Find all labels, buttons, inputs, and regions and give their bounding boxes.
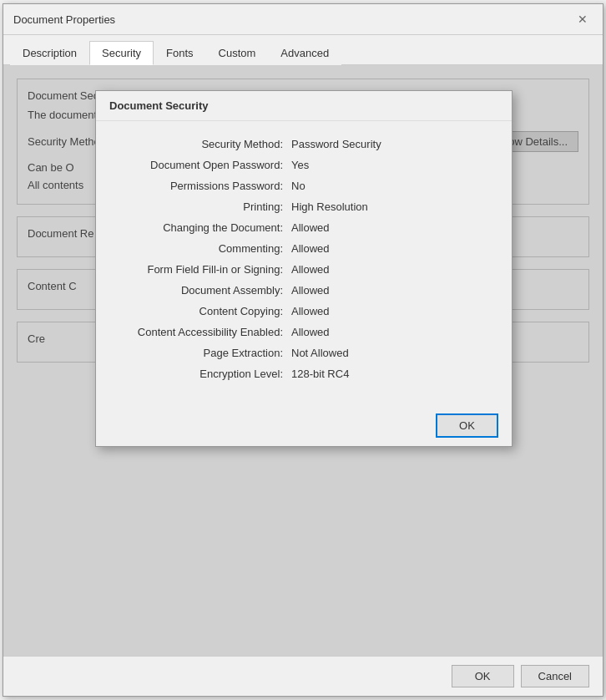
- tab-description[interactable]: Description: [10, 41, 89, 65]
- modal-row-value: Allowed: [291, 263, 330, 276]
- modal-row: Document Assembly:Allowed: [116, 284, 492, 297]
- modal-row-label: Page Extraction:: [116, 347, 291, 359]
- document-properties-window: Document Properties ✕ Description Securi…: [3, 3, 603, 697]
- modal-title: Document Security: [96, 91, 512, 121]
- modal-row: Encryption Level:128-bit RC4: [116, 368, 492, 380]
- modal-row: Printing:High Resolution: [116, 200, 492, 213]
- modal-row-value: Not Allowed: [291, 347, 349, 359]
- main-content: Document Security The document's Securit…: [3, 65, 603, 656]
- modal-row-value: 128-bit RC4: [291, 368, 349, 380]
- modal-row-value: Yes: [291, 159, 309, 171]
- modal-row-value: Allowed: [291, 284, 330, 297]
- footer-buttons: OK Cancel: [3, 656, 603, 696]
- close-button[interactable]: ✕: [573, 11, 593, 28]
- modal-row-label: Changing the Document:: [116, 221, 291, 234]
- modal-body: Security Method:Password SecurityDocumen…: [96, 121, 512, 405]
- modal-row-value: Allowed: [291, 221, 330, 234]
- modal-footer: OK: [96, 405, 512, 446]
- modal-row-value: Allowed: [291, 305, 330, 317]
- tab-fonts[interactable]: Fonts: [154, 41, 206, 65]
- modal-row: Changing the Document:Allowed: [116, 221, 492, 234]
- tab-custom[interactable]: Custom: [206, 41, 269, 65]
- modal-row-value: High Resolution: [291, 200, 368, 213]
- modal-row-label: Encryption Level:: [116, 368, 291, 380]
- modal-row-label: Document Open Password:: [116, 159, 291, 171]
- modal-row-label: Printing:: [116, 200, 291, 213]
- modal-row: Content Accessibility Enabled:Allowed: [116, 326, 492, 338]
- modal-row: Permissions Password:No: [116, 180, 492, 192]
- title-bar: Document Properties ✕: [3, 4, 603, 35]
- modal-row-label: Security Method:: [116, 138, 291, 150]
- modal-row-label: Content Copying:: [116, 305, 291, 317]
- modal-row-label: Form Field Fill-in or Signing:: [116, 263, 291, 276]
- modal-row: Content Copying:Allowed: [116, 305, 492, 317]
- modal-row-label: Content Accessibility Enabled:: [116, 326, 291, 338]
- modal-rows-container: Security Method:Password SecurityDocumen…: [116, 138, 492, 380]
- modal-row-value: Allowed: [291, 242, 330, 255]
- window-title: Document Properties: [13, 13, 115, 26]
- modal-row: Form Field Fill-in or Signing:Allowed: [116, 263, 492, 276]
- modal-row-value: No: [291, 180, 306, 192]
- cancel-button[interactable]: Cancel: [521, 665, 589, 687]
- modal-overlay: Document Security Security Method:Passwo…: [3, 65, 603, 656]
- modal-row-value: Password Security: [291, 138, 381, 150]
- modal-row: Security Method:Password Security: [116, 138, 492, 150]
- modal-row-label: Document Assembly:: [116, 284, 291, 297]
- ok-button[interactable]: OK: [452, 665, 514, 687]
- modal-row-value: Allowed: [291, 326, 330, 338]
- modal-row-label: Commenting:: [116, 242, 291, 255]
- modal-ok-button[interactable]: OK: [436, 413, 498, 438]
- document-security-dialog: Document Security Security Method:Passwo…: [95, 90, 513, 447]
- modal-row: Page Extraction:Not Allowed: [116, 347, 492, 359]
- modal-row: Commenting:Allowed: [116, 242, 492, 255]
- modal-row: Document Open Password:Yes: [116, 159, 492, 171]
- tab-bar: Description Security Fonts Custom Advanc…: [3, 35, 603, 65]
- tab-security[interactable]: Security: [89, 41, 154, 65]
- modal-row-label: Permissions Password:: [116, 180, 291, 192]
- tab-advanced[interactable]: Advanced: [268, 41, 341, 65]
